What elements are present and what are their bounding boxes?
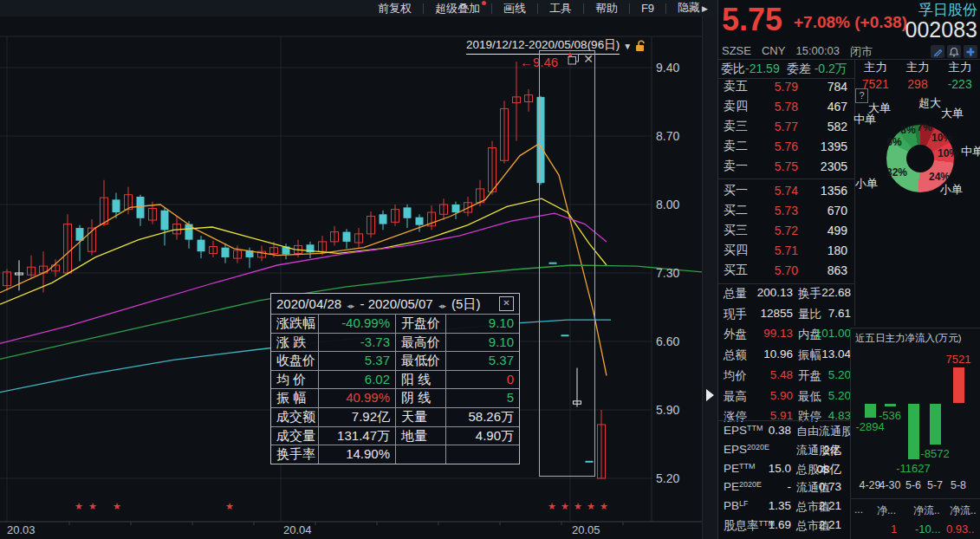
bid-row[interactable]: 买四5.71180 (718, 241, 854, 261)
stock-code: 002083 (905, 17, 977, 42)
help-icon[interactable]: ? (855, 88, 868, 103)
star-mark-icon: ★ (548, 501, 556, 511)
menu-item-7[interactable]: 隐藏▶ (666, 0, 719, 17)
unlock-icon[interactable] (635, 40, 646, 52)
market-status-row: SZSE CNY 15:00:03 闭市 (722, 44, 873, 60)
expand-panel-arrow-icon[interactable] (706, 389, 714, 401)
add-plus-icon[interactable] (964, 45, 977, 58)
menu-item-3[interactable]: 画线 (492, 0, 537, 16)
stock-trading-app: 前复权超级叠加画线工具帮助F9隐藏▶ ★★★★★★★★★9.408.708.00… (0, 0, 980, 539)
popup-close-icon[interactable]: ✕ (499, 296, 514, 311)
valuation-value: - (748, 480, 791, 493)
popup-stat-value: 4.90万 (445, 427, 519, 445)
donut-segment-label: 中单 (961, 144, 980, 159)
menu-item-6[interactable]: F9 (630, 0, 665, 16)
level-volume: 2305 (821, 159, 847, 173)
stat-label: 现手 (724, 307, 747, 322)
main-force-label: 主力 (897, 60, 939, 75)
donut-percent-label: 32% (886, 166, 907, 179)
star-mark-icon: ★ (75, 501, 83, 511)
popup-period: (5日) (451, 296, 480, 311)
price-axis-label: 5.90 (656, 403, 679, 417)
ask-row[interactable]: 卖四5.78467 (718, 96, 854, 116)
stat-label: 最高 (724, 389, 747, 405)
stat-value: 5.48 (748, 368, 793, 381)
close-selection-icon[interactable]: ✕ (583, 52, 594, 66)
quote-time: 15:00:03 (795, 44, 840, 60)
donut-segment-label: 超大 (918, 95, 941, 111)
level-volume: 670 (827, 204, 847, 218)
popup-stat-value: 5.37 (318, 352, 396, 370)
flow-table-header: 净... (877, 503, 896, 518)
bid-row[interactable]: 买一5.741356 (718, 180, 854, 200)
ask-row[interactable]: 卖二5.761395 (718, 137, 854, 157)
edit-pencil-icon[interactable] (931, 45, 944, 58)
level-volume: 1395 (821, 140, 847, 153)
region-selection-rect[interactable]: ✕ (539, 50, 595, 477)
notification-dot (482, 1, 486, 5)
popup-stat-row: 换手率14.90% (271, 445, 519, 464)
popup-stat-row: 收盘价5.37最低价5.37 (271, 351, 519, 370)
date-step-arrows-icon[interactable]: ◂▸ (438, 302, 446, 310)
stat-row: 总量200.13换手22.68 (718, 286, 854, 307)
popup-date-from: 2020/04/28 (276, 296, 341, 311)
popup-stat-label: 均 价 (271, 371, 318, 389)
flow-table-header: 净流.. (913, 503, 940, 518)
time-axis-label: 20.03 (7, 523, 36, 536)
popup-stat-value: -40.99% (318, 315, 396, 333)
separator (851, 498, 980, 499)
candle-down (76, 228, 84, 241)
valuation-value: 0.38 (748, 424, 791, 437)
popup-stat-value: 40.99% (318, 389, 396, 407)
popup-stat-value: 5 (445, 389, 519, 407)
popup-stat-value: 9.10 (445, 334, 519, 352)
fund-flow-date-label: 5-8 (951, 479, 966, 491)
main-force-col: 主力298 (897, 60, 939, 91)
menu-item-5[interactable]: 帮助 (584, 0, 629, 16)
fund-flow-value-label: -11627 (896, 462, 931, 475)
stat-value: 5.20 (802, 389, 851, 402)
level-price: 5.74 (763, 184, 798, 198)
donut-percent-label: 6% (886, 136, 901, 148)
price-axis-label: 6.60 (656, 334, 679, 348)
menu-item-1[interactable]: 前复权 (367, 0, 423, 16)
date-step-arrows-icon[interactable]: ◂▸ (347, 302, 354, 310)
donut-segment-label: 大单 (868, 101, 891, 116)
fund-flow-bar (930, 404, 941, 445)
bid-row[interactable]: 买五5.70863 (718, 261, 854, 281)
valuation-value: 08亿 (805, 462, 841, 477)
popup-stat-value: 14.90% (318, 445, 396, 464)
stat-label: 总额 (724, 347, 747, 363)
level-label: 卖一 (724, 159, 748, 174)
popup-stat-value (445, 445, 519, 464)
stat-label: 总量 (724, 286, 747, 302)
main-force-col: 主力7521 (854, 60, 897, 91)
stat-value: 13.04 (802, 347, 851, 360)
popup-stat-label: 换手率 (271, 445, 318, 464)
ask-row[interactable]: 卖三5.77582 (718, 116, 854, 136)
level-label: 卖四 (724, 99, 748, 114)
fund-flow-value-label: 7521 (946, 353, 971, 366)
valuation-row: EPSTTM0.38自由流通股本 (718, 424, 854, 443)
popup-date-to: 2020/05/07 (368, 296, 433, 311)
alert-bell-icon[interactable] (947, 45, 961, 58)
price-axis-label: 9.40 (656, 61, 679, 75)
ask-row[interactable]: 卖一5.752305 (718, 157, 854, 177)
menu-item-4[interactable]: 工具 (538, 0, 583, 16)
valuation-value: 2.21 (805, 518, 841, 531)
main-force-label: 主力 (854, 60, 897, 75)
ask-row[interactable]: 卖五5.79784 (718, 76, 854, 96)
fund-flow-value-label: -536 (879, 409, 901, 422)
window-restore-icon[interactable] (567, 52, 581, 66)
stat-row: 外盘99.13内盘101.00 (718, 327, 854, 347)
currency-label: CNY (762, 44, 785, 60)
candle-down (137, 197, 145, 218)
bid-row[interactable]: 买二5.73670 (718, 200, 854, 220)
chevron-down-icon[interactable]: ▼ (623, 42, 632, 51)
weicha-value: -0.2万 (815, 62, 847, 77)
valuation-value: 2亿 (805, 443, 841, 458)
stat-value: 7.61 (802, 307, 851, 320)
kline-chart-region: ★★★★★★★★★9.408.708.007.306.605.905.2020.… (0, 16, 717, 539)
bid-row[interactable]: 买三5.72499 (718, 220, 854, 240)
menu-item-2[interactable]: 超级叠加 (424, 0, 491, 16)
